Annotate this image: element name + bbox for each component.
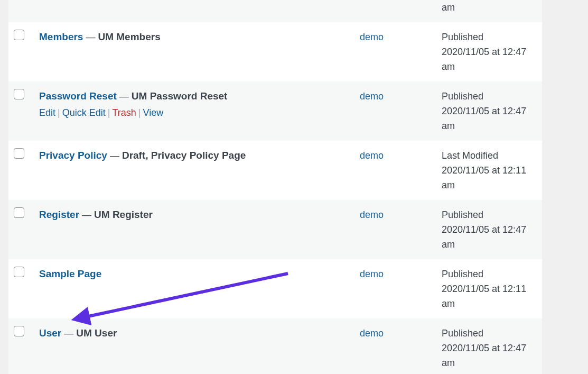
table-row: Members — UM Members demo Published 2020… xyxy=(8,22,542,81)
table-row: User — UM User demo Published 2020/11/05… xyxy=(8,318,542,374)
edit-link[interactable]: Edit xyxy=(39,107,55,118)
post-state: Draft, Privacy Policy Page xyxy=(122,150,246,161)
row-checkbox[interactable] xyxy=(14,89,24,99)
state-separator: — xyxy=(64,328,76,339)
date-status: Published xyxy=(442,30,537,44)
table-row: Privacy Policy — Draft, Privacy Policy P… xyxy=(8,141,542,200)
row-checkbox[interactable] xyxy=(14,30,24,40)
row-checkbox[interactable] xyxy=(14,267,24,277)
state-separator: — xyxy=(119,91,132,102)
view-link[interactable]: View xyxy=(143,107,163,118)
date-timestamp: 2020/11/05 at 12:47 am xyxy=(442,104,537,133)
page-title-link[interactable]: Members xyxy=(39,31,83,42)
row-checkbox[interactable] xyxy=(14,326,24,336)
date-timestamp: 2020/11/05 at 12:47 am xyxy=(442,341,537,370)
date-timestamp: 2020/11/05 at 12:11 am xyxy=(442,281,537,311)
table-row: Register — UM Register demo Published 20… xyxy=(8,200,542,259)
post-state: UM Members xyxy=(98,31,160,42)
trash-link[interactable]: Trash xyxy=(112,107,136,118)
page-title-link[interactable]: Sample Page xyxy=(39,268,101,279)
date-status: Published xyxy=(442,89,537,104)
post-state: UM Register xyxy=(94,209,153,220)
date-timestamp: 2020/11/05 at 12:47 am xyxy=(442,222,537,252)
date-timestamp-tail: am xyxy=(442,0,537,15)
row-checkbox[interactable] xyxy=(14,148,24,159)
page-title-link[interactable]: Register xyxy=(39,209,79,220)
date-status: Published xyxy=(442,267,537,281)
author-link[interactable]: demo xyxy=(360,91,384,102)
pages-table: am Members — UM Members demo Published 2… xyxy=(8,0,542,374)
author-link[interactable]: demo xyxy=(360,328,384,339)
table-row-partial: am xyxy=(8,0,542,22)
row-actions: Edit|Quick Edit|Trash|View xyxy=(39,106,349,120)
date-status: Last Modified xyxy=(442,148,537,163)
author-link[interactable]: demo xyxy=(360,32,384,42)
page-title-link[interactable]: Password Reset xyxy=(39,90,117,102)
date-status: Published xyxy=(442,326,537,341)
row-checkbox[interactable] xyxy=(14,207,24,218)
table-row: Sample Page demo Published 2020/11/05 at… xyxy=(8,259,542,318)
state-separator: — xyxy=(86,32,98,42)
post-state: UM User xyxy=(76,327,117,339)
page-title-link[interactable]: Privacy Policy xyxy=(39,150,107,161)
date-timestamp: 2020/11/05 at 12:47 am xyxy=(442,44,537,74)
state-separator: — xyxy=(110,150,122,161)
state-separator: — xyxy=(82,209,94,220)
post-state: UM Password Reset xyxy=(132,90,228,102)
quick-edit-link[interactable]: Quick Edit xyxy=(62,107,106,118)
author-link[interactable]: demo xyxy=(360,269,384,279)
pages-list-table: am Members — UM Members demo Published 2… xyxy=(8,0,542,374)
date-status: Published xyxy=(442,207,537,222)
date-timestamp: 2020/11/05 at 12:11 am xyxy=(442,163,537,193)
page-title-link[interactable]: User xyxy=(39,327,61,339)
author-link[interactable]: demo xyxy=(360,150,384,161)
author-link[interactable]: demo xyxy=(360,209,384,220)
table-row: Password Reset — UM Password Reset Edit|… xyxy=(8,81,542,141)
